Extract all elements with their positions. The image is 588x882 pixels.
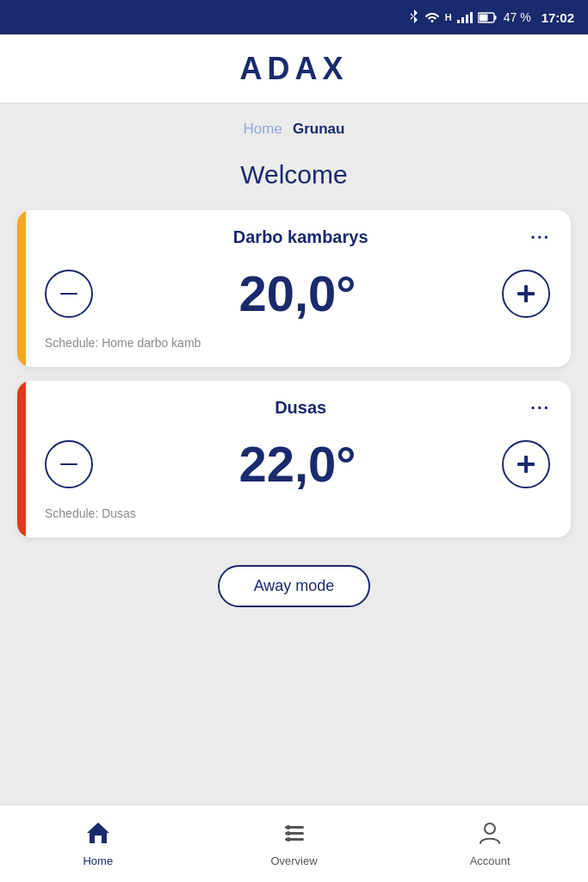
decrease-temp-darbo[interactable] xyxy=(45,270,93,318)
svg-point-13 xyxy=(286,825,290,829)
status-bar: H 47 % 17:02 xyxy=(0,0,588,34)
svg-rect-6 xyxy=(60,463,77,465)
svg-rect-5 xyxy=(517,292,535,295)
svg-point-14 xyxy=(286,831,290,835)
temperature-darbo: 20,0° xyxy=(238,264,356,322)
away-mode-container: Away mode xyxy=(17,551,571,621)
status-icons: H xyxy=(409,9,497,26)
card-header-dusas: Dusas ··· xyxy=(45,398,550,418)
schedule-dusas: Schedule: Dusas xyxy=(45,506,550,520)
card-controls-dusas: 22,0° xyxy=(45,428,550,500)
increase-temp-darbo[interactable] xyxy=(502,270,550,318)
welcome-heading: Welcome xyxy=(17,146,571,210)
increase-temp-dusas[interactable] xyxy=(502,440,550,488)
card-header-darbo: Darbo kambarys ··· xyxy=(45,227,550,247)
svg-rect-8 xyxy=(517,463,535,466)
nav-label-home: Home xyxy=(83,854,113,867)
logo-bar: ADAX xyxy=(0,34,588,103)
breadcrumb: Home Grunau xyxy=(17,103,571,146)
battery-icon xyxy=(478,12,497,23)
svg-point-16 xyxy=(485,823,495,834)
more-menu-dusas[interactable]: ··· xyxy=(530,398,550,418)
nav-item-overview[interactable]: Overview xyxy=(196,821,393,867)
more-menu-darbo[interactable]: ··· xyxy=(530,227,550,247)
device-name-darbo: Darbo kambarys xyxy=(71,227,530,247)
home-nav-icon xyxy=(85,821,111,851)
temperature-dusas: 22,0° xyxy=(238,435,356,493)
card-controls-darbo: 20,0° xyxy=(45,258,550,329)
device-name-dusas: Dusas xyxy=(71,398,530,418)
wifi-icon xyxy=(424,10,440,25)
away-mode-button[interactable]: Away mode xyxy=(218,565,371,607)
bluetooth-icon xyxy=(409,9,419,26)
decrease-temp-dusas[interactable] xyxy=(45,440,93,488)
svg-point-15 xyxy=(286,837,290,842)
svg-rect-2 xyxy=(494,16,496,20)
account-nav-icon xyxy=(477,821,503,851)
main-content: Home Grunau Welcome Darbo kambarys ··· 2… xyxy=(0,103,588,804)
svg-rect-9 xyxy=(95,835,102,843)
nav-label-account: Account xyxy=(470,854,511,867)
nav-item-account[interactable]: Account xyxy=(392,821,588,867)
device-status-bar-darbo xyxy=(17,210,26,367)
schedule-darbo: Schedule: Home darbo kamb xyxy=(45,336,550,350)
breadcrumb-current[interactable]: Grunau xyxy=(293,121,344,138)
bottom-nav: Home Overview Account xyxy=(0,804,588,882)
signal-bars-icon xyxy=(457,11,473,23)
svg-rect-3 xyxy=(60,293,77,295)
device-card-darbo: Darbo kambarys ··· 20,0° Schedule: Hom xyxy=(17,210,571,367)
device-status-bar-dusas xyxy=(17,381,26,537)
overview-nav-icon xyxy=(282,821,307,851)
svg-rect-1 xyxy=(479,14,487,21)
time: 17:02 xyxy=(542,10,574,25)
nav-item-home[interactable]: Home xyxy=(0,821,196,867)
device-card-dusas: Dusas ··· 22,0° Schedule: Dusas xyxy=(17,381,571,537)
battery-percentage: 47 % xyxy=(504,10,531,24)
nav-label-overview: Overview xyxy=(270,854,317,867)
breadcrumb-home[interactable]: Home xyxy=(244,121,282,138)
network-h-icon: H xyxy=(445,12,452,22)
app-logo: ADAX xyxy=(239,51,348,87)
